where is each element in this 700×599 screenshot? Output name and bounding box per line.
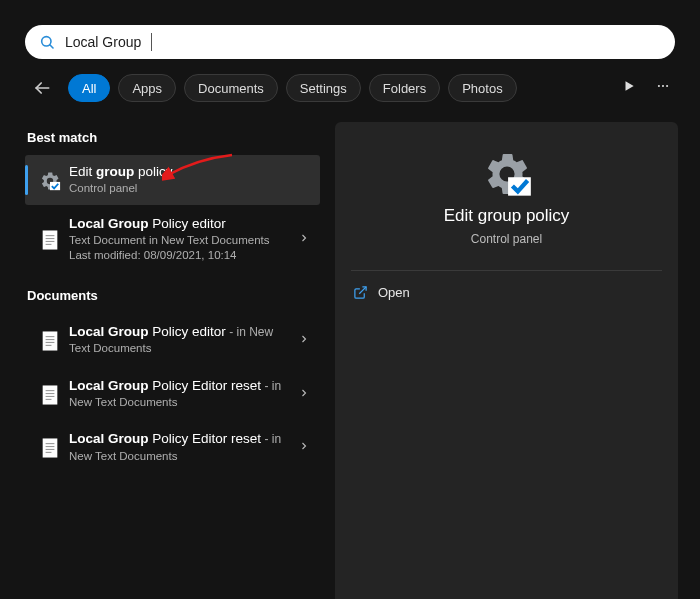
- result-title: Local Group Policy editor: [69, 215, 298, 233]
- result-title: Local Group Policy Editor reset - in: [69, 377, 298, 395]
- arrow-left-icon: [32, 78, 52, 98]
- tab-documents[interactable]: Documents: [184, 74, 278, 102]
- text-document-icon: [41, 437, 59, 459]
- section-documents: Documents: [27, 288, 320, 303]
- search-bar[interactable]: [25, 25, 675, 59]
- preview-title: Edit group policy: [444, 206, 570, 226]
- document-result[interactable]: Local Group Policy editor - in New Text …: [25, 313, 320, 367]
- open-external-icon: [353, 285, 368, 300]
- result-subtitle2: Last modified: 08/09/2021, 10:14: [69, 248, 298, 264]
- svg-rect-18: [43, 385, 58, 404]
- preview-action-label: Open: [378, 285, 410, 300]
- gear-checked-icon: [481, 148, 533, 200]
- divider: [351, 270, 662, 271]
- svg-point-4: [658, 85, 660, 87]
- document-result[interactable]: Local Group Policy Editor reset - in New…: [25, 367, 320, 421]
- svg-point-6: [666, 85, 668, 87]
- tab-photos[interactable]: Photos: [448, 74, 516, 102]
- preview-action-open[interactable]: Open: [351, 283, 662, 302]
- back-button[interactable]: [30, 76, 54, 100]
- result-subtitle: Control panel: [69, 181, 310, 197]
- chevron-right-icon: [298, 230, 310, 248]
- tab-folders[interactable]: Folders: [369, 74, 440, 102]
- svg-line-29: [359, 287, 366, 294]
- chat-with-cortana-button[interactable]: [622, 79, 636, 97]
- tab-apps[interactable]: Apps: [118, 74, 176, 102]
- svg-rect-13: [43, 331, 58, 350]
- text-cursor: [151, 33, 152, 51]
- preview-subtitle: Control panel: [471, 232, 542, 246]
- ellipsis-icon: [654, 79, 672, 93]
- result-title: Local Group Policy Editor reset - in: [69, 430, 298, 448]
- toolbar: All Apps Documents Settings Folders Phot…: [30, 74, 680, 102]
- text-document-icon: [41, 330, 59, 352]
- filter-tabs: All Apps Documents Settings Folders Phot…: [68, 74, 517, 102]
- svg-rect-8: [43, 231, 58, 250]
- svg-point-5: [662, 85, 664, 87]
- search-input[interactable]: [65, 34, 661, 50]
- svg-marker-3: [626, 81, 634, 90]
- result-subtitle: Text Document in New Text Documents: [69, 233, 298, 249]
- result-edit-group-policy[interactable]: Edit group policy Control panel: [25, 155, 320, 205]
- document-result[interactable]: Local Group Policy Editor reset - in New…: [25, 420, 320, 474]
- search-icon: [39, 34, 55, 50]
- chevron-right-icon: [298, 385, 310, 403]
- result-title: Local Group Policy editor - in New: [69, 323, 298, 341]
- result-local-group-policy-editor[interactable]: Local Group Policy editor Text Document …: [25, 205, 320, 274]
- preview-pane: Edit group policy Control panel Open: [335, 122, 678, 599]
- results-list: Best match Edit group policy Control pan…: [25, 122, 320, 474]
- svg-rect-23: [43, 439, 58, 458]
- more-options-button[interactable]: [654, 79, 672, 97]
- gear-checked-icon: [39, 170, 61, 192]
- tab-settings[interactable]: Settings: [286, 74, 361, 102]
- section-best-match: Best match: [27, 130, 320, 145]
- text-document-icon: [41, 384, 59, 406]
- chevron-right-icon: [298, 438, 310, 456]
- tab-all[interactable]: All: [68, 74, 110, 102]
- result-title: Edit group policy: [69, 163, 310, 181]
- svg-line-1: [50, 45, 53, 48]
- text-document-icon: [41, 229, 59, 251]
- chevron-right-icon: [298, 331, 310, 349]
- play-icon: [622, 79, 636, 93]
